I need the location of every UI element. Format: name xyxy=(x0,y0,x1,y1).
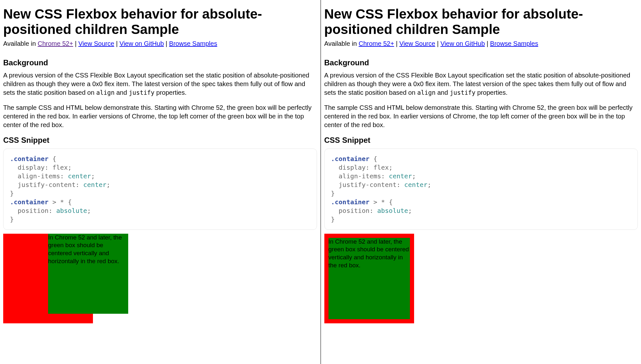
demo-area-left: In Chrome 52 and later, the green box sh… xyxy=(3,234,317,330)
separator: | xyxy=(116,40,120,47)
chrome-link[interactable]: Chrome 52+ xyxy=(37,40,73,47)
background-paragraph-2: The sample CSS and HTML below demonstrat… xyxy=(3,103,317,129)
inline-code-align: align xyxy=(96,89,114,96)
meta-bar: Available in Chrome 52+ | View Source | … xyxy=(3,40,317,47)
css-snippet-heading: CSS Snippet xyxy=(324,136,638,145)
background-paragraph-1: A previous version of the CSS Flexible B… xyxy=(3,71,317,97)
browse-samples-link[interactable]: Browse Samples xyxy=(490,40,538,47)
meta-prefix: Available in xyxy=(3,40,37,47)
background-heading: Background xyxy=(324,58,638,67)
green-box: In Chrome 52 and later, the green box sh… xyxy=(329,238,410,319)
background-heading: Background xyxy=(3,58,317,67)
css-snippet-block: .container { display: flex; align-items:… xyxy=(3,149,317,230)
separator: | xyxy=(166,40,169,47)
inline-code-align: align xyxy=(417,89,436,96)
inline-code-justify: justify xyxy=(450,89,475,96)
separator: | xyxy=(396,40,399,47)
background-paragraph-2: The sample CSS and HTML below demonstrat… xyxy=(324,103,638,129)
page-title: New CSS Flexbox behavior for absolute-po… xyxy=(324,6,638,37)
red-box: In Chrome 52 and later, the green box sh… xyxy=(324,234,414,323)
chrome-link[interactable]: Chrome 52+ xyxy=(359,40,394,47)
separator: | xyxy=(487,40,490,47)
css-snippet-block: .container { display: flex; align-items:… xyxy=(324,149,638,230)
green-box: In Chrome 52 and later, the green box sh… xyxy=(48,234,128,314)
view-source-link[interactable]: View Source xyxy=(78,40,114,47)
separator: | xyxy=(437,40,440,47)
right-pane: New CSS Flexbox behavior for absolute-po… xyxy=(321,0,641,364)
background-paragraph-1: A previous version of the CSS Flexible B… xyxy=(324,71,638,97)
view-source-link[interactable]: View Source xyxy=(399,40,435,47)
left-pane: New CSS Flexbox behavior for absolute-po… xyxy=(0,0,320,364)
page-title: New CSS Flexbox behavior for absolute-po… xyxy=(3,6,317,37)
inline-code-justify: justify xyxy=(129,89,154,96)
demo-area-right: In Chrome 52 and later, the green box sh… xyxy=(324,234,638,330)
view-github-link[interactable]: View on GitHub xyxy=(120,40,164,47)
meta-prefix: Available in xyxy=(324,40,359,47)
view-github-link[interactable]: View on GitHub xyxy=(440,40,485,47)
separator: | xyxy=(75,40,79,47)
browse-samples-link[interactable]: Browse Samples xyxy=(169,40,217,47)
css-snippet-heading: CSS Snippet xyxy=(3,136,317,145)
meta-bar: Available in Chrome 52+ | View Source | … xyxy=(324,40,638,47)
